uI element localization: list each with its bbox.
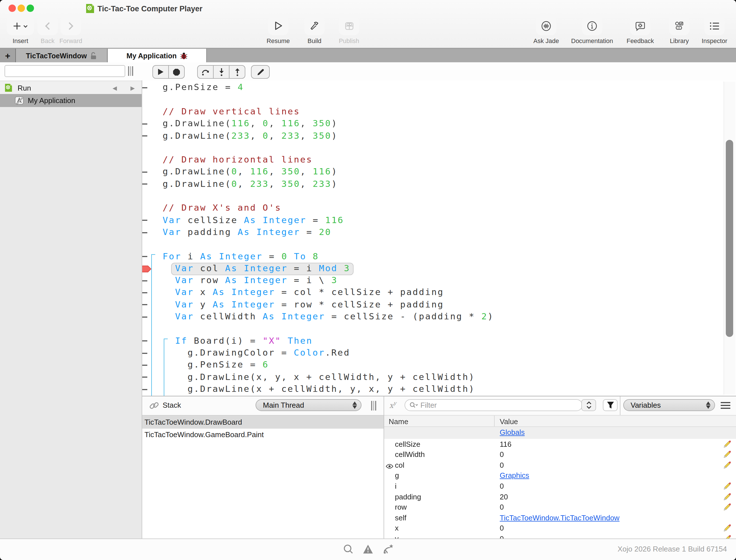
stop-octagon-icon: [173, 68, 180, 76]
edit-value-pencil-icon[interactable]: [724, 461, 731, 470]
variable-value-link[interactable]: Graphics: [500, 471, 529, 480]
code-line[interactable]: g.DrawLine(116, 0, 116, 350): [142, 118, 724, 130]
popup-stepper-icon: [706, 401, 711, 409]
navigator-section-run[interactable]: Run ◀ ▶: [0, 82, 142, 94]
thread-popup[interactable]: Main Thread: [255, 399, 361, 411]
editor-scrollbar[interactable]: [724, 82, 735, 395]
code-line[interactable]: If Board(i) = "X" Then: [142, 335, 724, 347]
variable-row[interactable]: x0: [384, 523, 736, 534]
stack-frame-row[interactable]: TicTacToeWindow.DrawBoard: [142, 416, 384, 428]
code-line[interactable]: Var col As Integer = i Mod 3: [142, 263, 724, 275]
code-line[interactable]: Var row As Integer = i \ 3: [142, 275, 724, 287]
step-out-button[interactable]: [229, 66, 245, 78]
variables-filter-field[interactable]: Filter: [405, 399, 583, 411]
variable-row[interactable]: cellSize116: [384, 439, 736, 449]
code-line[interactable]: Var x As Integer = col * cellSize + padd…: [142, 287, 724, 299]
variable-row[interactable]: gGraphics: [384, 471, 736, 481]
announcements-feed-icon[interactable]: [383, 544, 394, 555]
back-button[interactable]: [37, 16, 58, 35]
code-line[interactable]: g.DrawLine(0, 116, 350, 116): [142, 166, 724, 179]
library-button[interactable]: OK: [669, 16, 690, 35]
code-line[interactable]: [142, 94, 724, 106]
filter-button[interactable]: [603, 399, 618, 411]
code-line[interactable]: g.PenSize = 4: [142, 82, 724, 94]
code-line[interactable]: [142, 190, 724, 203]
nav-forward-arrow-icon[interactable]: ▶: [131, 85, 135, 91]
status-bar: Xojo 2026 Release 1 Build 67154: [0, 538, 736, 560]
edit-value-pencil-icon[interactable]: [724, 493, 731, 502]
code-line[interactable]: // Draw X's and O's: [142, 202, 724, 215]
code-line[interactable]: // Draw vertical lines: [142, 106, 724, 118]
zoom-window-button[interactable]: [27, 5, 34, 12]
forward-button[interactable]: [61, 16, 81, 35]
navigator-item-my-application[interactable]: My Application: [0, 94, 142, 107]
edit-value-pencil-icon[interactable]: [724, 525, 731, 534]
step-over-button[interactable]: [198, 66, 213, 78]
code-line[interactable]: [142, 142, 724, 155]
hamburger-menu-icon[interactable]: [721, 402, 730, 409]
code-line[interactable]: For i As Integer = 0 To 8: [142, 251, 724, 263]
stack-frame-label: TicTacToeWindow.GameBoard.Paint: [144, 431, 264, 439]
variable-row[interactable]: i0: [384, 481, 736, 491]
inspector-button[interactable]: [704, 16, 725, 35]
expression-icon[interactable]: xy: [389, 400, 396, 410]
edit-value-pencil-icon[interactable]: [724, 451, 731, 460]
code-line[interactable]: g.DrawLine(x + cellWidth, y, x, y + cell…: [142, 383, 724, 396]
code-line[interactable]: Var padding As Integer = 20: [142, 226, 724, 239]
close-window-button[interactable]: [8, 5, 16, 12]
build-button[interactable]: [304, 16, 325, 35]
lock-open-icon: [90, 52, 97, 59]
documentation-button[interactable]: [582, 16, 602, 35]
debug-stop-button[interactable]: [168, 66, 184, 78]
pane-resize-handle[interactable]: [128, 66, 135, 76]
publish-button[interactable]: [339, 16, 359, 35]
variable-row[interactable]: row0: [384, 502, 736, 512]
variables-table-header: Name Value: [384, 415, 736, 427]
ask-jade-button[interactable]: [536, 16, 556, 35]
code-line[interactable]: [142, 238, 724, 251]
variable-row[interactable]: selfTicTacToeWindow.TicTacToeWindow: [384, 512, 736, 523]
debug-run-button[interactable]: [153, 66, 168, 78]
nav-back-arrow-icon[interactable]: ◀: [112, 85, 117, 91]
code-line[interactable]: g.PenSize = 6: [142, 359, 724, 371]
stack-frame-row[interactable]: TicTacToeWindow.GameBoard.Paint: [142, 428, 384, 441]
edit-value-pencil-icon[interactable]: [724, 503, 731, 512]
code-line[interactable]: [142, 323, 724, 335]
globals-link[interactable]: Globals: [500, 428, 525, 436]
insert-button[interactable]: [7, 16, 34, 35]
feedback-button[interactable]: [630, 16, 650, 35]
hammer-icon: [309, 21, 319, 31]
scope-popup[interactable]: Variables: [623, 399, 715, 411]
edit-value-pencil-icon[interactable]: [724, 482, 731, 491]
code-line[interactable]: g.DrawLine(0, 233, 350, 233): [142, 178, 724, 191]
code-line[interactable]: g.DrawLine(233, 0, 233, 350): [142, 130, 724, 142]
code-line[interactable]: Var cellWidth As Integer = cellSize - (p…: [142, 311, 724, 323]
editor-scrollbar-thumb[interactable]: [726, 140, 733, 337]
resume-button[interactable]: [268, 16, 288, 35]
code-editor[interactable]: g.DrawingColor = Color.Blackg.PenSize = …: [142, 80, 736, 396]
column-divider[interactable]: [494, 416, 495, 426]
watch-eye-icon[interactable]: [386, 462, 393, 471]
variable-row[interactable]: cellWidth0: [384, 449, 736, 460]
add-tab-button[interactable]: +: [0, 49, 16, 63]
variable-name: row: [395, 503, 407, 511]
edit-value-pencil-icon[interactable]: [724, 440, 731, 449]
variable-row[interactable]: col0: [384, 460, 736, 470]
tab-my-application[interactable]: My Application: [108, 49, 207, 63]
code-line[interactable]: g.DrawingColor = Color.Red: [142, 347, 724, 360]
code-line[interactable]: g.DrawLine(x, y, x + cellWidth, y + cell…: [142, 371, 724, 384]
edit-code-button[interactable]: [251, 66, 269, 78]
warnings-icon[interactable]: [362, 544, 374, 554]
navigator-search-input[interactable]: [5, 65, 125, 77]
variable-value-link[interactable]: TicTacToeWindow.TicTacToeWindow: [500, 513, 620, 522]
minimize-window-button[interactable]: [18, 5, 25, 12]
sort-button[interactable]: [581, 399, 596, 411]
step-into-button[interactable]: [213, 66, 229, 78]
code-line[interactable]: Var cellSize As Integer = 116: [142, 214, 724, 227]
panel-resize-handle[interactable]: [371, 401, 378, 411]
tab-tictactoewindow[interactable]: TicTacToeWindow: [16, 49, 108, 63]
search-errors-icon[interactable]: [343, 544, 353, 554]
variable-row[interactable]: padding20: [384, 491, 736, 502]
code-line[interactable]: // Draw horizontal lines: [142, 154, 724, 166]
code-line[interactable]: Var y As Integer = row * cellSize + padd…: [142, 299, 724, 311]
